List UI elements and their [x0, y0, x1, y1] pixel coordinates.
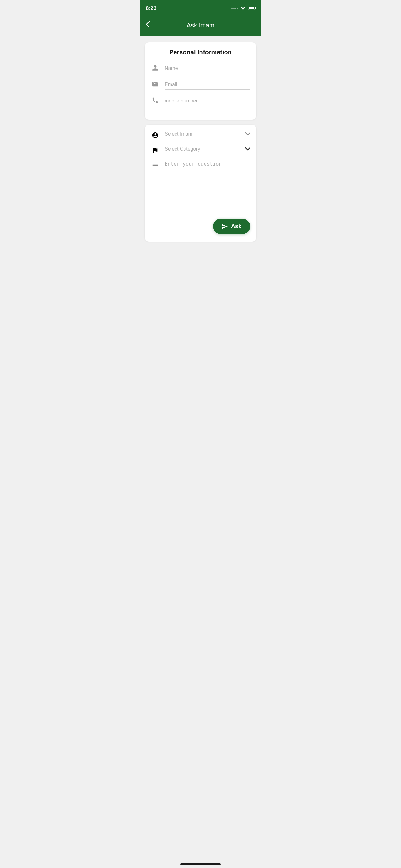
status-time: 8:23: [146, 5, 157, 11]
name-input[interactable]: [165, 66, 250, 71]
chevron-down-icon-2: [245, 147, 250, 152]
main-content: Personal Information: [140, 36, 261, 248]
email-icon: [151, 80, 160, 88]
header: Ask Imam: [140, 16, 261, 36]
question-card: Select Imam Select Category: [144, 125, 257, 242]
ask-button-label: Ask: [231, 223, 241, 230]
email-input-wrapper: [165, 82, 250, 90]
mobile-input-wrapper: [165, 98, 250, 106]
question-textarea[interactable]: [165, 161, 250, 186]
signal-icon: [231, 8, 238, 9]
chevron-down-icon: [245, 131, 250, 136]
wifi-icon: [240, 6, 246, 11]
header-title: Ask Imam: [187, 22, 214, 29]
email-field: [151, 80, 250, 90]
question-row: [151, 161, 250, 213]
status-icons: [231, 6, 255, 11]
mobile-input[interactable]: [165, 98, 250, 104]
flag-icon: [151, 146, 160, 155]
back-button[interactable]: [146, 20, 152, 31]
ask-button-row: Ask: [151, 219, 250, 234]
select-category-row[interactable]: Select Category: [151, 146, 250, 155]
select-category-wrapper[interactable]: Select Category: [165, 146, 250, 154]
name-input-wrapper: [165, 66, 250, 73]
phone-icon: [151, 96, 160, 105]
status-bar: 8:23: [140, 0, 261, 16]
send-icon: [222, 223, 228, 230]
personal-info-card: Personal Information: [144, 42, 257, 120]
select-imam-wrapper[interactable]: Select Imam: [165, 131, 250, 140]
mobile-field: [151, 96, 250, 106]
question-input-wrapper: [165, 161, 250, 213]
select-imam-row[interactable]: Select Imam: [151, 131, 250, 140]
personal-info-title: Personal Information: [151, 49, 250, 56]
person-icon: [151, 63, 160, 72]
lines-icon: [151, 161, 160, 170]
ask-button[interactable]: Ask: [213, 219, 250, 234]
battery-icon: [248, 6, 255, 10]
email-input[interactable]: [165, 82, 250, 88]
imam-icon: [151, 131, 160, 140]
select-imam-label: Select Imam: [165, 131, 192, 137]
name-field: [151, 63, 250, 73]
select-category-label: Select Category: [165, 146, 200, 152]
